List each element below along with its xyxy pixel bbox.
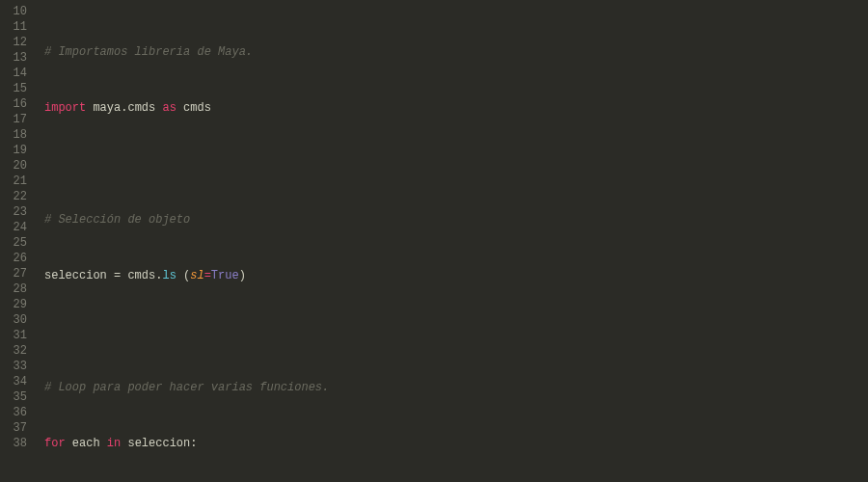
line-number: 16 — [0, 96, 37, 112]
code-line[interactable] — [37, 156, 868, 172]
line-number: 20 — [0, 158, 37, 174]
line-number: 27 — [0, 266, 37, 281]
paren-close: ) — [239, 269, 246, 282]
space — [176, 269, 183, 282]
line-number: 10 — [0, 4, 37, 19]
line-number: 33 — [0, 359, 37, 374]
line-number: 19 — [0, 143, 37, 158]
constant: True — [211, 269, 239, 282]
kwarg: sl — [190, 269, 203, 282]
code-line[interactable]: # Selección de objeto — [37, 212, 868, 228]
colon: : — [190, 437, 197, 450]
line-number: 35 — [0, 389, 37, 405]
line-number: 32 — [0, 343, 37, 359]
keyword-import: import — [44, 101, 86, 115]
line-number: 38 — [0, 436, 37, 451]
iterable: seleccion — [127, 437, 190, 450]
variable: seleccion — [44, 269, 107, 282]
comment: # Loop para poder hacer varias funciones… — [44, 381, 329, 394]
line-number: 14 — [0, 66, 37, 81]
operator-assign: = — [107, 269, 128, 282]
module-name: maya.cmds — [93, 101, 155, 115]
code-area[interactable]: # Importamos libreria de Maya. import ma… — [37, 0, 868, 482]
code-line[interactable]: import maya.cmds as cmds — [37, 100, 868, 116]
alias-name: cmds — [183, 101, 211, 115]
line-number: 30 — [0, 312, 37, 328]
code-line[interactable] — [37, 324, 868, 339]
method: ls — [162, 269, 176, 282]
line-number: 31 — [0, 328, 37, 343]
comment: # Selección de objeto — [44, 213, 190, 227]
line-number: 24 — [0, 220, 37, 235]
line-number: 21 — [0, 174, 37, 189]
keyword-as: as — [162, 101, 176, 115]
line-number: 15 — [0, 81, 37, 96]
line-number: 23 — [0, 204, 37, 220]
line-number: 26 — [0, 251, 37, 266]
code-line[interactable]: # Loop para poder hacer varias funciones… — [37, 380, 868, 395]
keyword-in: in — [107, 437, 121, 450]
code-line[interactable]: for each in seleccion: — [37, 436, 868, 451]
loop-var: each — [72, 437, 100, 450]
line-number: 18 — [0, 127, 37, 143]
object: cmds — [127, 269, 155, 282]
line-number: 11 — [0, 19, 37, 35]
line-number: 17 — [0, 112, 37, 127]
line-number-gutter: 10 11 12 13 14 15 16 17 18 19 20 21 22 2… — [0, 0, 37, 482]
code-line[interactable]: # Importamos libreria de Maya. — [37, 44, 868, 60]
line-number: 28 — [0, 281, 37, 297]
line-number: 36 — [0, 405, 37, 420]
kwarg-eq: = — [204, 269, 211, 282]
line-number: 34 — [0, 374, 37, 389]
code-editor[interactable]: 10 11 12 13 14 15 16 17 18 19 20 21 22 2… — [0, 0, 868, 482]
line-number: 12 — [0, 35, 37, 50]
line-number: 13 — [0, 50, 37, 66]
line-number: 22 — [0, 189, 37, 204]
comment: # Importamos libreria de Maya. — [44, 45, 253, 59]
line-number: 29 — [0, 297, 37, 312]
code-line[interactable]: seleccion = cmds.ls (sl=True) — [37, 268, 868, 283]
line-number: 37 — [0, 420, 37, 436]
line-number: 25 — [0, 235, 37, 251]
keyword-for: for — [44, 437, 66, 450]
